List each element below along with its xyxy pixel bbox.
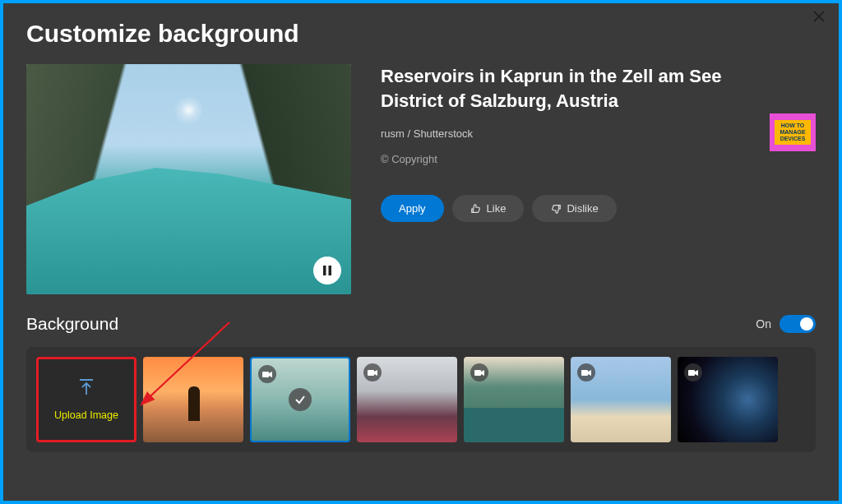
svg-rect-2 xyxy=(262,372,269,377)
dialog-container: Customize background Reservoirs in Kapru… xyxy=(3,3,839,469)
video-icon xyxy=(684,363,702,381)
svg-rect-3 xyxy=(368,370,374,376)
watermark-badge: HOW TO MANAGE DEVICES xyxy=(770,113,816,151)
selected-check-icon xyxy=(289,388,312,411)
thumbnail-4[interactable] xyxy=(464,357,564,442)
preview-section: Reservoirs in Kaprun in the Zell am See … xyxy=(26,64,816,294)
video-icon xyxy=(577,363,595,381)
svg-rect-1 xyxy=(329,266,332,275)
preview-copyright: © Copyright xyxy=(381,153,816,165)
background-section-title: Background xyxy=(26,314,118,334)
upload-icon xyxy=(78,378,95,401)
background-toggle-group: On xyxy=(756,315,816,333)
upload-image-tile[interactable]: Upload Image xyxy=(36,357,136,442)
apply-button[interactable]: Apply xyxy=(381,195,444,222)
thumbnail-2[interactable] xyxy=(250,357,350,442)
preview-info: Reservoirs in Kaprun in the Zell am See … xyxy=(381,64,816,294)
video-icon xyxy=(470,363,488,381)
thumbnail-1[interactable] xyxy=(143,357,243,442)
preview-image xyxy=(26,64,351,294)
preview-title: Reservoirs in Kaprun in the Zell am See … xyxy=(381,64,775,113)
like-button[interactable]: Like xyxy=(452,195,525,222)
dislike-button[interactable]: Dislike xyxy=(532,195,616,222)
thumbnail-5[interactable] xyxy=(571,357,671,442)
upload-label: Upload Image xyxy=(54,409,118,421)
pause-button[interactable] xyxy=(313,257,341,284)
action-row: Apply Like Dislike xyxy=(381,195,816,222)
dialog-title: Customize background xyxy=(26,20,816,48)
thumbnail-row: Upload Image xyxy=(26,347,816,452)
svg-rect-5 xyxy=(581,370,588,376)
video-icon xyxy=(258,365,276,383)
background-toggle[interactable] xyxy=(780,315,816,333)
background-toggle-label: On xyxy=(756,317,771,331)
background-header: Background On xyxy=(26,314,816,334)
svg-rect-6 xyxy=(688,370,695,376)
video-icon xyxy=(363,363,382,381)
thumbnail-3[interactable] xyxy=(357,357,457,442)
preview-credit: rusm / Shutterstock xyxy=(381,127,816,140)
thumbnail-6[interactable] xyxy=(678,357,778,442)
svg-rect-4 xyxy=(474,370,481,376)
close-button[interactable] xyxy=(812,10,829,26)
svg-rect-0 xyxy=(323,266,326,275)
